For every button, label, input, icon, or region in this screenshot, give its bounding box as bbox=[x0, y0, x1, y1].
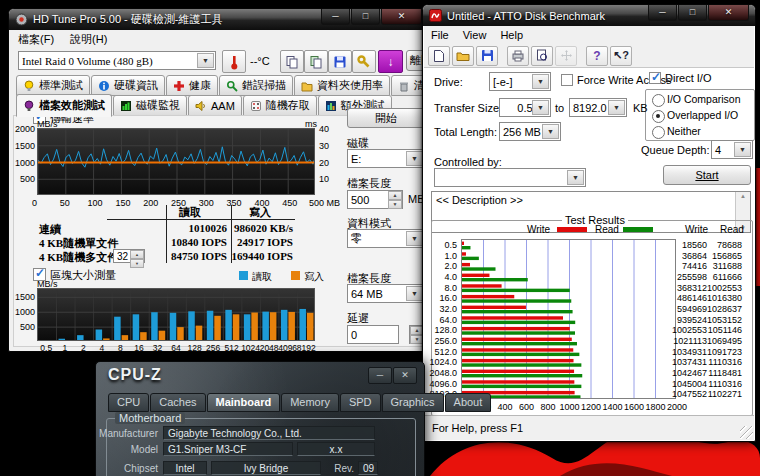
hdtune-close-button[interactable]: ✕ bbox=[381, 9, 422, 25]
cpuz-close-button[interactable]: ✕ bbox=[393, 367, 417, 384]
atto-maximize-button[interactable]: □ bbox=[678, 5, 707, 21]
chevron-down-icon: ▼ bbox=[734, 142, 751, 157]
data-mode-select[interactable]: 零▼ bbox=[347, 229, 425, 248]
hdtune-titlebar[interactable]: HD Tune Pro 5.00 - 硬碟檢測-維護工具 ─ □ ✕ bbox=[9, 9, 428, 30]
scroll-up-icon[interactable]: ▲ bbox=[740, 193, 746, 199]
force-write-checkbox[interactable] bbox=[561, 74, 573, 86]
atto-menu-1[interactable]: View bbox=[463, 29, 487, 41]
radio-label: I/O Comparison bbox=[667, 93, 741, 105]
temperature-button[interactable] bbox=[222, 50, 246, 73]
atto-minimize-button[interactable]: ─ bbox=[648, 5, 677, 21]
write-legend-label: 寫入 bbox=[304, 270, 324, 284]
hdtune-tab2-0[interactable]: 檔案效能測試 bbox=[16, 94, 112, 117]
cpuz-tab-graphics[interactable]: Graphics bbox=[382, 393, 444, 412]
hdtune-tab-4[interactable]: 資料夾使用率 bbox=[294, 75, 390, 96]
start-button[interactable]: 開始 bbox=[347, 108, 425, 128]
tab-label: 磁碟監視 bbox=[136, 98, 180, 113]
atto-close-button[interactable]: ✕ bbox=[708, 5, 749, 21]
radio-i-o-comparison[interactable] bbox=[652, 94, 665, 107]
file-length-spinner[interactable]: 500 ▲▼ bbox=[347, 190, 403, 209]
print-button[interactable] bbox=[507, 46, 529, 66]
hdtune-toolbar: Intel Raid 0 Volume (480 gB)▼ --°C ↓ 離開 bbox=[10, 48, 427, 74]
hdtune-maximize-button[interactable]: □ bbox=[351, 9, 380, 25]
chevron-down-icon: ▼ bbox=[532, 100, 549, 115]
save-button[interactable] bbox=[476, 46, 498, 66]
copy-image-button[interactable] bbox=[304, 50, 328, 73]
hdtune-minimize-button[interactable]: ─ bbox=[321, 9, 350, 25]
manufacturer-label: Manufacturer bbox=[96, 428, 158, 439]
download-button[interactable]: ↓ bbox=[378, 50, 403, 73]
cpuz-tab-cpu[interactable]: CPU bbox=[108, 393, 149, 412]
cpuz-tab-about[interactable]: About bbox=[445, 393, 492, 412]
open-button[interactable] bbox=[452, 46, 474, 66]
chart1-ytick-right: 30 bbox=[319, 141, 329, 151]
drive-select[interactable]: [-e-]▼ bbox=[489, 72, 551, 91]
chart1-ytick: 2000 bbox=[11, 124, 35, 134]
transfer-to-select[interactable]: 8192.0▼ bbox=[569, 98, 627, 117]
download-icon: ↓ bbox=[388, 55, 394, 69]
disk-select[interactable]: E:▼ bbox=[347, 149, 425, 168]
read-legend-swatch bbox=[623, 227, 653, 232]
hdtune-tab-3[interactable]: 錯誤掃描 bbox=[219, 75, 293, 96]
new-file-icon bbox=[433, 49, 445, 63]
block-size-label: 區塊大小測量 bbox=[50, 268, 116, 283]
atto-read-value: 78688 bbox=[423, 240, 742, 250]
save-button[interactable] bbox=[328, 50, 352, 73]
cpuz-tab-caches[interactable]: Caches bbox=[150, 393, 205, 412]
start-button[interactable]: Start bbox=[663, 165, 751, 185]
hdtune-tab2-1[interactable]: 磁碟監視 bbox=[113, 95, 187, 116]
latency-label: 延遲 bbox=[347, 311, 369, 326]
cpuz-tab-spd[interactable]: SPD bbox=[340, 393, 381, 412]
hdtune-menu-1[interactable]: 說明(H) bbox=[70, 32, 107, 47]
radio-neither[interactable] bbox=[652, 126, 665, 139]
description-text: << Description >> bbox=[436, 194, 523, 206]
result-write-value: 986020 KB/s bbox=[37, 222, 293, 234]
context-help-button[interactable]: ↖? bbox=[610, 46, 632, 66]
hdtune-drive-select[interactable]: Intel Raid 0 Volume (480 gB)▼ bbox=[18, 51, 216, 70]
atto-menu-0[interactable]: File bbox=[431, 29, 449, 41]
chart1-xtick: 50 bbox=[60, 198, 70, 208]
write-legend-label: Write bbox=[527, 224, 550, 235]
queue-depth-select[interactable]: 4▼ bbox=[711, 140, 753, 159]
chart2-xtick: 32 bbox=[148, 343, 166, 353]
atto-read-value: 1053152 bbox=[423, 315, 742, 325]
print-preview-icon bbox=[536, 49, 548, 62]
help-button[interactable]: ? bbox=[586, 46, 608, 66]
move-button[interactable] bbox=[555, 46, 577, 66]
chart2-xtick: 1024 bbox=[241, 343, 259, 353]
hdtune-tab-2[interactable]: 健康 bbox=[166, 75, 218, 96]
atto-titlebar[interactable]: Untitled - ATTO Disk Benchmark ─ □ ✕ bbox=[423, 5, 755, 26]
chart1-xtick: 400 bbox=[254, 198, 269, 208]
atto-xtick: 1400 bbox=[603, 402, 623, 412]
options-button[interactable] bbox=[352, 50, 376, 73]
atto-toolbar: ? ↖? bbox=[424, 44, 754, 68]
cpuz-tab-mainboard[interactable]: Mainboard bbox=[207, 393, 281, 412]
cpuz-minimize-button[interactable]: ─ bbox=[368, 367, 392, 384]
controlled-by-select[interactable]: ▼ bbox=[434, 168, 586, 187]
direct-io-checkbox[interactable] bbox=[649, 72, 661, 84]
atto-menu-2[interactable]: Help bbox=[500, 29, 523, 41]
file-length2-select[interactable]: 64 MB▼ bbox=[347, 284, 425, 303]
chevron-down-icon: ▼ bbox=[406, 286, 423, 301]
spinner-up-icon[interactable]: ▲ bbox=[388, 191, 402, 200]
manufacturer-value: Gigabyte Technology Co., Ltd. bbox=[163, 426, 375, 440]
print-preview-button[interactable] bbox=[531, 46, 553, 66]
resize-grip[interactable] bbox=[740, 426, 753, 439]
latency-input[interactable]: 0 bbox=[347, 325, 399, 344]
save-icon bbox=[481, 49, 494, 62]
chart2-xtick: 256 bbox=[204, 343, 222, 353]
hdtune-menu-0[interactable]: 檔案(F) bbox=[18, 32, 54, 47]
new-file-button[interactable] bbox=[428, 46, 450, 66]
cpuz-tab-memory[interactable]: Memory bbox=[281, 393, 339, 412]
total-length-select[interactable]: 256 MB▼ bbox=[499, 122, 561, 141]
spinner-down-icon[interactable]: ▼ bbox=[388, 200, 402, 209]
copy-button[interactable] bbox=[280, 50, 304, 73]
hdtune-tab2-2[interactable]: AAM bbox=[188, 95, 242, 116]
transfer-from-select[interactable]: 0.5▼ bbox=[499, 98, 551, 117]
radio-overlapped-i-o[interactable] bbox=[652, 110, 665, 123]
hdtune-tab-1[interactable]: 硬碟資訊 bbox=[91, 75, 165, 96]
hdtune-tab2-3[interactable]: 隨機存取 bbox=[243, 95, 317, 116]
hdtune-tab-0[interactable]: 標準測試 bbox=[16, 75, 90, 96]
block-size-chart bbox=[37, 288, 315, 341]
result-row: 4 KB隨機多文件32▲▼84750 IOPS169440 IOPS bbox=[37, 250, 295, 264]
